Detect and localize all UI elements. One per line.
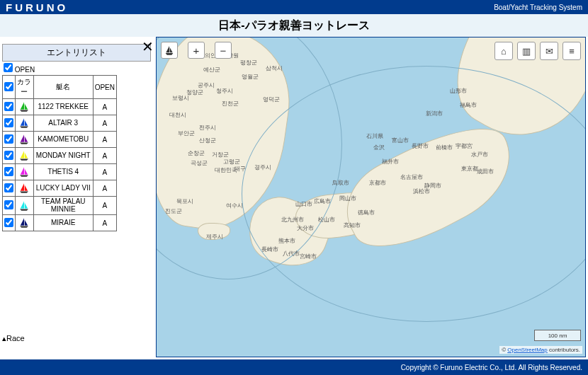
boats-toggle-button[interactable]	[161, 42, 178, 59]
map-canvas[interactable]: 예산군공주시의인부모학원평창군영월군삼척시청양군보령시청주시영덕군산청군부안군전…	[156, 37, 586, 357]
entry-color-cell	[16, 164, 34, 180]
city-label: 宇都宮	[456, 142, 473, 150]
book-button[interactable]: ▥	[517, 42, 536, 60]
entry-checkbox[interactable]	[4, 102, 13, 111]
city-label: 京都市	[369, 179, 386, 187]
race-title-band: 日本-パラオ親善ヨットレース	[0, 14, 588, 37]
entry-class: A	[93, 215, 116, 231]
entry-class: A	[93, 197, 116, 215]
entry-checkbox[interactable]	[4, 200, 13, 209]
entry-name: LUCKY LADY VII	[33, 180, 93, 197]
entry-color-cell	[16, 115, 34, 132]
top-bar: FURUNO Boat/Yacht Tracking System	[0, 0, 588, 14]
race-panel-toggle[interactable]: ▴Race	[2, 334, 25, 343]
city-label: 広島市	[314, 197, 331, 205]
panel-title: エントリリスト	[2, 44, 151, 62]
entry-name: ALTAIR 3	[33, 115, 93, 132]
race-title: 日本-パラオ親善ヨットレース	[218, 18, 369, 33]
table-row[interactable]: THETIS 4A	[3, 164, 117, 180]
city-label: 新潟市	[426, 110, 443, 117]
sailboat-icon	[18, 117, 30, 129]
group-open-row[interactable]: OPEN	[2, 62, 151, 75]
sailboat-icon	[18, 149, 30, 162]
table-row[interactable]: 1122 TREKKEEA	[3, 99, 117, 115]
city-label: 名古屋市	[400, 173, 423, 181]
city-label: 대천시	[169, 111, 186, 119]
city-label: 岡山市	[339, 195, 356, 202]
osm-link[interactable]: OpenStreetMap	[507, 347, 547, 353]
zoom-in-button[interactable]: +	[188, 42, 205, 59]
city-label: 成田市	[477, 168, 494, 175]
system-label: Boat/Yacht Tracking System	[494, 4, 582, 11]
city-label: 청주시	[216, 87, 233, 95]
brand-logo: FURUNO	[6, 1, 68, 13]
city-label: 산청군	[199, 137, 216, 144]
group-open-label: OPEN	[15, 66, 35, 74]
entry-name: MONDAY NIGHT	[33, 148, 93, 164]
col-class: OPEN	[93, 76, 116, 99]
city-label: 宮崎市	[300, 253, 317, 260]
city-label: 熊本市	[278, 237, 295, 245]
city-label: 浜松市	[413, 188, 430, 195]
city-label: 여수시	[226, 202, 243, 209]
menu-icon: ≡	[569, 46, 575, 57]
city-label: 前橋市	[436, 144, 453, 151]
city-label: 영덕군	[263, 96, 280, 103]
entry-color-cell	[16, 215, 34, 231]
city-label: 大分市	[297, 224, 314, 232]
close-icon[interactable]: ✕	[142, 38, 154, 55]
book-icon: ▥	[522, 46, 531, 57]
mail-button[interactable]: ✉	[540, 42, 558, 60]
entry-class: A	[93, 180, 116, 197]
table-row[interactable]: MIRAIEA	[3, 215, 117, 231]
entry-checkbox[interactable]	[4, 134, 13, 144]
entry-class: A	[93, 164, 116, 180]
entry-name: TEAM PALAU MINNIE	[33, 197, 93, 215]
city-label: 평창군	[240, 59, 257, 67]
city-label: 전주시	[199, 124, 216, 132]
col-color: カラー	[16, 76, 34, 99]
entry-class: A	[93, 115, 116, 132]
table-row[interactable]: KAMOMETOBUA	[3, 132, 117, 148]
city-label: 영월군	[242, 73, 259, 81]
city-label: 金沢	[373, 144, 385, 151]
city-label: 山口市	[295, 200, 312, 208]
table-row[interactable]: ALTAIR 3A	[3, 115, 117, 132]
entry-color-cell	[16, 148, 34, 164]
city-label: 福島市	[460, 101, 477, 109]
entry-checkbox[interactable]	[4, 167, 13, 176]
table-row[interactable]: LUCKY LADY VIIA	[3, 180, 117, 197]
city-label: 福井市	[382, 158, 399, 166]
sailboat-icon	[18, 182, 30, 195]
city-label: 徳島市	[358, 209, 375, 217]
map-attribution: © OpenStreetMap contributors.	[499, 346, 582, 354]
group-open-checkbox[interactable]	[4, 63, 13, 72]
entry-class: A	[93, 148, 116, 164]
entry-class: A	[93, 132, 116, 148]
city-label: 삼척시	[266, 64, 283, 72]
city-label: 山形市	[450, 87, 467, 95]
zoom-out-button[interactable]: −	[215, 42, 232, 59]
sailboat-icon	[18, 166, 30, 178]
city-label: 곡성군	[191, 159, 208, 167]
entry-checkbox[interactable]	[4, 218, 13, 227]
mail-icon: ✉	[545, 46, 553, 57]
city-label: 제주시	[206, 233, 223, 241]
entry-checkbox[interactable]	[4, 183, 13, 192]
table-row[interactable]: MONDAY NIGHTA	[3, 148, 117, 164]
sailboat-icon	[164, 45, 175, 56]
city-label: 長崎市	[261, 246, 278, 253]
header-checkbox[interactable]	[4, 82, 13, 91]
table-row[interactable]: TEAM PALAU MINNIEA	[3, 197, 117, 215]
city-label: 松山市	[318, 216, 335, 224]
entry-checkbox[interactable]	[4, 151, 13, 160]
entry-checkbox[interactable]	[4, 118, 13, 127]
city-label: 高知市	[344, 221, 361, 229]
city-label: 목포시	[176, 197, 193, 205]
menu-button[interactable]: ≡	[562, 42, 581, 60]
col-name: 艇名	[33, 76, 93, 99]
home-button[interactable]: ⌂	[494, 42, 513, 60]
entry-color-cell	[16, 180, 34, 197]
map-controls-left: + −	[161, 42, 232, 59]
entries-table: カラー 艇名 OPEN 1122 TREKKEEAALTAIR 3AKAMOME…	[2, 75, 117, 231]
